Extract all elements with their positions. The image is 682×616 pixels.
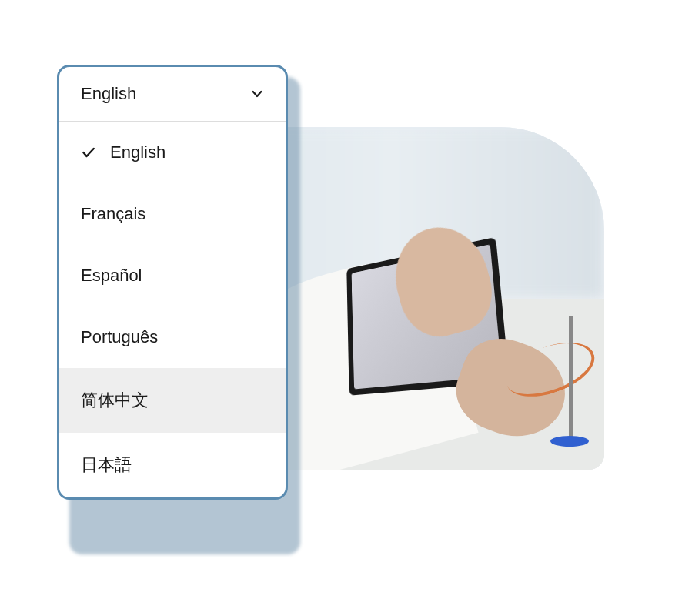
dropdown-option-japanese[interactable]: 日本語 xyxy=(59,433,286,497)
language-dropdown: English English Français xyxy=(57,65,288,500)
dropdown-option-portugues[interactable]: Português xyxy=(59,306,286,368)
chevron-down-icon xyxy=(250,87,264,101)
dropdown-option-label: English xyxy=(110,142,165,162)
dropdown-option-francais[interactable]: Français xyxy=(59,183,286,245)
dropdown-option-label: Español xyxy=(81,266,142,286)
dropdown-selected-label: English xyxy=(81,84,136,104)
dropdown-option-label: 日本語 xyxy=(81,454,132,477)
dropdown-options-list: English Français Español Português 简体中文 … xyxy=(59,122,286,497)
check-icon xyxy=(81,145,96,160)
dropdown-option-chinese[interactable]: 简体中文 xyxy=(59,368,286,433)
dropdown-toggle[interactable]: English xyxy=(59,67,286,122)
dropdown-option-espanol[interactable]: Español xyxy=(59,245,286,306)
dropdown-option-label: Français xyxy=(81,204,145,224)
dropdown-option-label: 简体中文 xyxy=(81,389,149,412)
dropdown-option-label: Português xyxy=(81,327,158,347)
dropdown-option-english[interactable]: English xyxy=(59,122,286,183)
